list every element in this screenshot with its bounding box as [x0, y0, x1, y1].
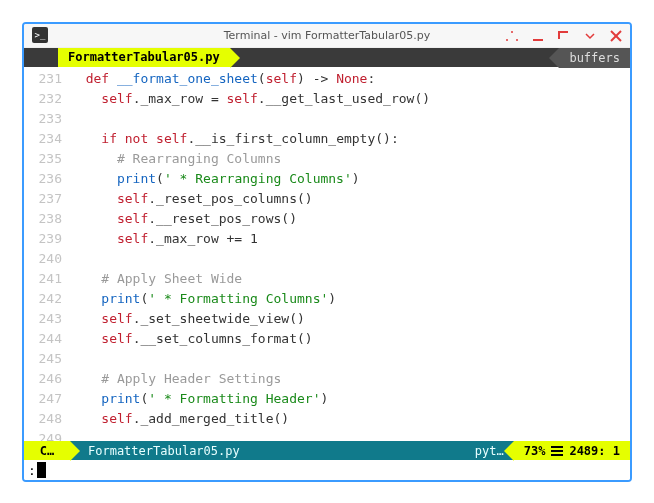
line-number: 239 [24, 229, 70, 249]
status-mode: C… [24, 441, 70, 461]
tabbar: FormatterTabular05.py buffers [24, 48, 630, 68]
code-content: self._max_row += 1 [70, 229, 630, 249]
code-content: if not self.__is_first_column_empty(): [70, 129, 630, 149]
code-content [70, 349, 630, 369]
line-number: 231 [24, 69, 70, 89]
buffers-label: buffers [569, 51, 620, 65]
line-number: 246 [24, 369, 70, 389]
titlebar: >_ Terminal - vim FormatterTabular05.py [24, 24, 630, 48]
status-position: 73% 2489: 1 [514, 441, 630, 461]
line-number: 249 [24, 429, 70, 441]
terminal-window: >_ Terminal - vim FormatterTabular05.py [22, 22, 632, 482]
line-number: 245 [24, 349, 70, 369]
code-content: self._add_merged_title() [70, 409, 630, 429]
code-line[interactable]: 231 def __format_one_sheet(self) -> None… [24, 69, 630, 89]
editor-viewport[interactable]: 231 def __format_one_sheet(self) -> None… [24, 67, 630, 441]
line-number: 240 [24, 249, 70, 269]
status-file: FormatterTabular05.py [70, 441, 465, 461]
code-line[interactable]: 233 [24, 109, 630, 129]
code-line[interactable]: 243 self._set_sheetwide_view() [24, 309, 630, 329]
dropdown-button[interactable] [582, 28, 598, 44]
buffers-indicator[interactable]: buffers [559, 48, 630, 68]
code-content: print(' * Formatting Columns') [70, 289, 630, 309]
command-line[interactable]: : [24, 460, 630, 480]
line-number: 242 [24, 289, 70, 309]
minimize-button[interactable] [530, 28, 546, 44]
code-content: print(' * Formatting Header') [70, 389, 630, 409]
terminal-icon: >_ [32, 27, 48, 43]
line-number: 232 [24, 89, 70, 109]
code-line[interactable]: 248 self._add_merged_title() [24, 409, 630, 429]
line-number: 238 [24, 209, 70, 229]
code-line[interactable]: 238 self.__reset_pos_rows() [24, 209, 630, 229]
code-line[interactable]: 242 print(' * Formatting Columns') [24, 289, 630, 309]
tabbar-padding [24, 48, 58, 68]
status-percent: 73% [524, 444, 546, 458]
code-content: self._max_row = self.__get_last_used_row… [70, 89, 630, 109]
code-content: self._reset_pos_columns() [70, 189, 630, 209]
code-line[interactable]: 241 # Apply Sheet Wide [24, 269, 630, 289]
code-content: def __format_one_sheet(self) -> None: [70, 69, 630, 89]
cursor [37, 462, 46, 478]
line-number: 241 [24, 269, 70, 289]
code-content [70, 249, 630, 269]
cmd-prompt: : [28, 463, 36, 478]
lines-icon [551, 444, 563, 458]
code-line[interactable]: 246 # Apply Header Settings [24, 369, 630, 389]
line-number: 237 [24, 189, 70, 209]
code-content: self.__set_columns_format() [70, 329, 630, 349]
code-content: # Apply Header Settings [70, 369, 630, 389]
code-line[interactable]: 245 [24, 349, 630, 369]
code-line[interactable]: 249 [24, 429, 630, 441]
code-line[interactable]: 236 print(' * Rearranging Columns') [24, 169, 630, 189]
line-number: 235 [24, 149, 70, 169]
line-number: 248 [24, 409, 70, 429]
code-line[interactable]: 234 if not self.__is_first_column_empty(… [24, 129, 630, 149]
code-line[interactable]: 247 print(' * Formatting Header') [24, 389, 630, 409]
code-content: # Rearranging Columns [70, 149, 630, 169]
close-button[interactable] [608, 28, 624, 44]
code-line[interactable]: 235 # Rearranging Columns [24, 149, 630, 169]
code-content: self.__reset_pos_rows() [70, 209, 630, 229]
code-content: # Apply Sheet Wide [70, 269, 630, 289]
tab-active[interactable]: FormatterTabular05.py [58, 48, 230, 68]
window-controls [504, 24, 624, 48]
tab-label: FormatterTabular05.py [68, 50, 220, 64]
line-number: 244 [24, 329, 70, 349]
line-number: 233 [24, 109, 70, 129]
code-line[interactable]: 237 self._reset_pos_columns() [24, 189, 630, 209]
line-number: 243 [24, 309, 70, 329]
code-content: print(' * Rearranging Columns') [70, 169, 630, 189]
code-content: self._set_sheetwide_view() [70, 309, 630, 329]
status-line-col: 2489: 1 [569, 444, 620, 458]
always-on-top-icon[interactable] [504, 28, 520, 44]
code-line[interactable]: 240 [24, 249, 630, 269]
line-number: 234 [24, 129, 70, 149]
code-line[interactable]: 232 self._max_row = self.__get_last_used… [24, 89, 630, 109]
line-number: 247 [24, 389, 70, 409]
line-number: 236 [24, 169, 70, 189]
statusbar: C… FormatterTabular05.py pyt… 73% 2489: … [24, 441, 630, 461]
maximize-button[interactable] [556, 28, 572, 44]
code-line[interactable]: 244 self.__set_columns_format() [24, 329, 630, 349]
code-content [70, 109, 630, 129]
code-content [70, 429, 630, 441]
code-line[interactable]: 239 self._max_row += 1 [24, 229, 630, 249]
